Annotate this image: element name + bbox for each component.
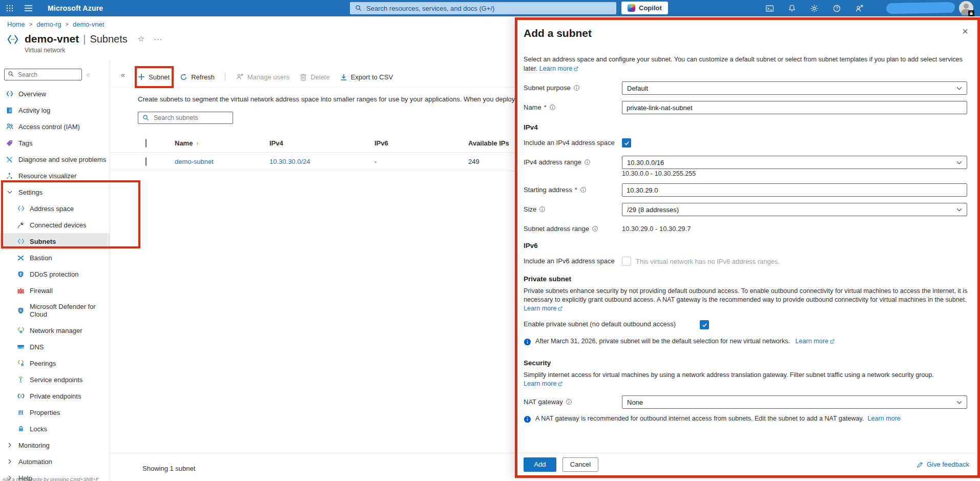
hamburger-menu-icon[interactable] [25,5,32,11]
starting-address-row: Starting address * [524,183,968,197]
global-search[interactable]: Search resources, services, and docs (G+… [350,2,616,14]
sidebar-item-network-manager[interactable]: Network manager [0,322,110,339]
subnets-description: Create subnets to segment the virtual ne… [138,95,546,103]
chevron-right-icon [5,459,14,464]
learn-more-link[interactable]: Learn more [796,338,835,345]
sidebar-item-peerings[interactable]: Peerings [0,355,110,371]
info-icon[interactable] [580,186,587,193]
size-label: Size [524,205,536,213]
row-checkbox[interactable] [145,157,147,166]
directory-switch-icon[interactable] [855,4,864,13]
sidebar-item-bastion[interactable]: Bastion [0,249,110,266]
chevron-down-icon [956,208,962,212]
breadcrumb-resource-group[interactable]: demo-rg [36,20,61,28]
learn-more-link[interactable]: Learn more [867,415,900,422]
sidebar-item-activity-log[interactable]: Activity log [0,102,110,118]
security-description: Simplify internet access for virtual mac… [524,371,968,388]
breadcrumb-separator: > [66,21,69,27]
copilot-button[interactable]: Copilot [621,2,668,14]
sidebar-item-subnets[interactable]: Subnets [0,233,110,249]
give-feedback-link[interactable]: Give feedback [916,461,969,468]
info-icon[interactable] [539,206,546,213]
plus-icon [138,73,145,80]
column-ipv4[interactable]: IPv4 [269,139,374,147]
cloud-shell-icon[interactable] [765,4,774,13]
sidebar-item-access-control[interactable]: Access control (IAM) [0,118,110,135]
sidebar-search-input[interactable] [4,69,82,80]
column-name[interactable]: Name [175,139,193,147]
subnet-search-input[interactable] [138,112,233,124]
security-heading: Security [524,359,968,367]
sidebar-item-private-endpoints[interactable]: Private endpoints [0,388,110,404]
add-subnet-button[interactable]: Subnet [138,73,170,81]
sidebar-item-resource-visualizer[interactable]: Resource visualizer [0,168,110,184]
column-ipv6[interactable]: IPv6 [374,139,468,147]
sidebar-item-tags[interactable]: Tags [0,135,110,151]
sidebar-item-automation[interactable]: Automation [0,453,110,470]
breadcrumb-home[interactable]: Home [7,20,25,28]
info-icon[interactable] [592,225,598,232]
subnet-name-input[interactable] [622,101,967,114]
learn-more-link[interactable]: Learn more [524,305,562,312]
sidebar-item-locks[interactable]: Locks [0,421,110,437]
sidebar-item-diagnose[interactable]: Diagnose and solve problems [0,151,110,168]
info-icon[interactable] [573,85,580,91]
panel-title: Add a subnet [524,27,968,39]
breadcrumb-vnet[interactable]: demo-vnet [73,20,104,28]
nat-gateway-dropdown[interactable]: None [622,395,967,409]
info-icon[interactable] [566,399,572,405]
starting-address-input[interactable] [622,183,967,197]
sidebar-item-settings[interactable]: Settings [0,184,110,200]
page-title: demo-vnet [25,33,79,45]
global-search-placeholder: Search resources, services, and docs (G+… [366,5,494,12]
notifications-bell-icon[interactable] [788,4,796,12]
enable-private-subnet-checkbox[interactable] [700,320,709,329]
sidebar-item-ddos[interactable]: DDoS protection [0,266,110,282]
subnet-purpose-dropdown[interactable]: Default [622,81,967,95]
ipv4-range-dropdown[interactable]: 10.30.0.0/16 [622,156,967,169]
sidebar-item-address-space[interactable]: Address space [0,200,110,217]
showing-count: Showing 1 subnet [142,465,195,472]
collapse-menu-icon[interactable]: « [121,71,125,79]
cancel-button[interactable]: Cancel [562,457,598,472]
sidebar-item-connected-devices[interactable]: Connected devices [0,217,110,233]
export-csv-button[interactable]: Export to CSV [340,73,393,81]
sidebar-item-monitoring[interactable]: Monitoring [0,437,110,453]
avatar[interactable] [959,1,973,15]
sidebar-item-dns[interactable]: DNS [0,339,110,355]
sidebar-item-defender[interactable]: Microsoft Defender for Cloud [0,299,110,322]
size-dropdown[interactable]: /29 (8 addresses) [622,203,967,216]
favorite-star-icon[interactable]: ☆ [138,34,144,44]
subnet-ipv4-link[interactable]: 10.30.30.0/24 [269,158,310,165]
subnet-search[interactable] [138,112,233,124]
add-button[interactable]: Add [524,457,556,472]
sidebar-item-overview[interactable]: Overview [0,86,110,102]
sidebar-item-properties[interactable]: Properties [0,404,110,421]
sidebar-search[interactable] [4,69,82,80]
waffle-icon[interactable] [6,5,13,12]
subnet-name-link[interactable]: demo-subnet [175,158,214,165]
subnet-range-value: 10.30.29.0 - 10.30.29.7 [622,222,967,233]
help-icon[interactable]: ? [832,4,841,13]
sidebar-item-service-endpoints[interactable]: Service endpoints [0,371,110,388]
more-options-icon[interactable]: ··· [154,35,162,43]
close-icon[interactable]: × [962,26,968,36]
learn-more-link[interactable]: Learn more [524,380,562,387]
delete-button[interactable]: Delete [300,73,330,81]
info-icon[interactable] [584,159,591,165]
select-all-checkbox[interactable] [145,139,147,148]
trash-icon [300,73,307,81]
chevron-down-icon [5,191,14,194]
sidebar-expand-icon[interactable]: ◇ [87,72,90,77]
sidebar-item-firewall[interactable]: Firewall [0,282,110,299]
refresh-icon [180,73,187,81]
settings-gear-icon[interactable] [810,4,819,13]
manage-users-button[interactable]: Manage users [236,73,289,81]
info-icon[interactable] [549,104,556,111]
include-ipv4-checkbox[interactable] [622,138,631,148]
include-ipv6-checkbox[interactable] [622,257,631,266]
name-label: Name [524,103,541,111]
refresh-button[interactable]: Refresh [180,73,215,81]
vnet-icon [16,204,25,213]
learn-more-link[interactable]: Learn more [539,65,578,72]
